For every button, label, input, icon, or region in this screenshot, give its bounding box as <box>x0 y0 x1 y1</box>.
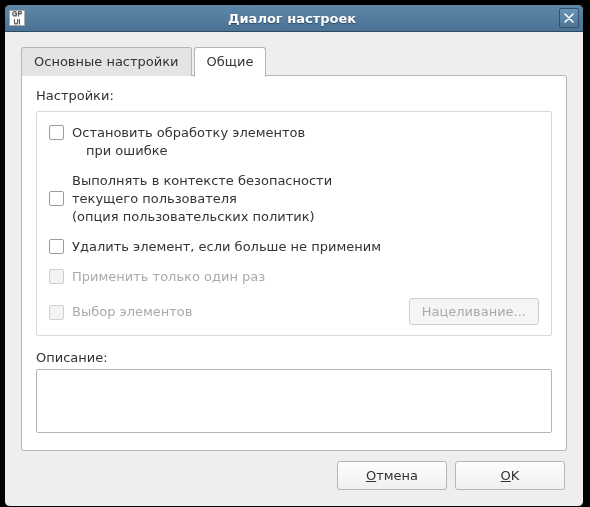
cancel-button[interactable]: Отмена <box>337 461 447 490</box>
label-item-targeting: Выбор элементов <box>72 303 192 321</box>
titlebar: GPUI Диалог настроек <box>5 5 583 32</box>
close-icon <box>564 13 574 23</box>
label-security-context: Выполнять в контексте безопасности текущ… <box>72 172 332 226</box>
targeting-button: Нацеливание... <box>409 298 539 325</box>
label-stop-on-error: Остановить обработку элементов при ошибк… <box>72 124 305 160</box>
tab-main-settings[interactable]: Основные настройки <box>21 47 192 76</box>
dialog-footer: Отмена OK <box>21 451 567 492</box>
description-textarea[interactable] <box>36 369 552 433</box>
settings-label: Настройки: <box>36 88 552 103</box>
ok-button[interactable]: OK <box>455 461 565 490</box>
checkbox-apply-once <box>49 269 64 284</box>
app-icon: GPUI <box>9 10 25 26</box>
checkbox-item-targeting <box>49 305 64 320</box>
close-button[interactable] <box>559 8 579 28</box>
label-remove-if-na: Удалить элемент, если больше не применим <box>72 238 381 256</box>
checkbox-stop-on-error[interactable] <box>49 125 64 140</box>
tab-common[interactable]: Общие <box>194 47 267 77</box>
checkbox-remove-if-na[interactable] <box>49 239 64 254</box>
settings-dialog-window: GPUI Диалог настроек Основные настройки … <box>4 4 584 507</box>
tab-panel-common: Настройки: Остановить обработку элементо… <box>21 75 567 451</box>
client-area: Основные настройки Общие Настройки: Оста… <box>5 32 583 506</box>
options-box: Остановить обработку элементов при ошибк… <box>36 111 552 336</box>
checkbox-security-context[interactable] <box>49 191 64 206</box>
description-label: Описание: <box>36 350 552 365</box>
label-apply-once: Применить только один раз <box>72 268 265 286</box>
window-title: Диалог настроек <box>25 11 559 26</box>
tab-bar: Основные настройки Общие <box>21 46 567 76</box>
